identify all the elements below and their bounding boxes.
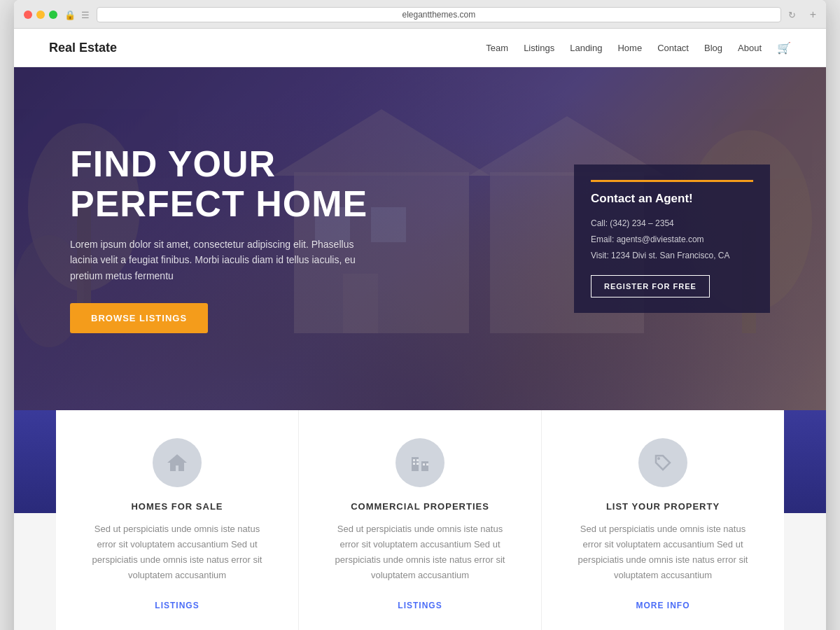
svg-rect-16 — [413, 463, 415, 465]
homes-icon-circle — [153, 438, 202, 487]
svg-rect-18 — [423, 463, 425, 465]
list-icon-circle — [638, 438, 687, 487]
traffic-lights — [24, 10, 57, 19]
feature-title-list: LIST YOUR PROPERTY — [570, 501, 756, 512]
hero-subtitle: Lorem ipsum dolor sit amet, consectetur … — [70, 237, 378, 284]
site-logo: Real Estate — [49, 41, 117, 55]
refresh-icon[interactable]: ↻ — [788, 10, 796, 20]
hero-section: FIND YOUR PERFECT HOME Lorem ipsum dolor… — [14, 67, 826, 410]
building-icon — [409, 451, 431, 474]
close-button[interactable] — [24, 10, 32, 19]
hero-content: FIND YOUR PERFECT HOME Lorem ipsum dolor… — [14, 67, 826, 410]
feature-desc-commercial: Sed ut perspiciatis unde omnis iste natu… — [327, 522, 513, 583]
feature-title-homes: HOMES FOR SALE — [84, 501, 270, 512]
svg-point-20 — [657, 457, 660, 460]
contact-card-title: Contact an Agent! — [591, 192, 753, 206]
add-tab-button[interactable]: + — [810, 8, 816, 21]
hero-title: FIND YOUR PERFECT HOME — [70, 144, 532, 224]
svg-rect-17 — [416, 463, 419, 465]
browser-nav-icons: 🔒 ☰ — [64, 10, 90, 20]
nav-item-listings[interactable]: Listings — [524, 43, 554, 53]
contact-card: Contact an Agent! Call: (342) 234 – 2354… — [574, 164, 770, 312]
feature-card-homes: HOMES FOR SALE Sed ut perspiciatis unde … — [56, 410, 299, 630]
list-more-info-link[interactable]: MORE INFO — [636, 601, 690, 610]
nav-item-landing[interactable]: Landing — [570, 43, 602, 53]
contact-call: Call: (342) 234 – 2354 — [591, 216, 753, 232]
feature-card-commercial: COMMERCIAL PROPERTIES Sed ut perspiciati… — [299, 410, 542, 630]
feature-desc-list: Sed ut perspiciatis unde omnis iste natu… — [570, 522, 756, 583]
nav-item-about[interactable]: About — [738, 43, 762, 53]
contact-email: Email: agents@diviestate.com — [591, 232, 753, 248]
browse-listings-button[interactable]: BROWSE LISTINGS — [70, 303, 208, 333]
site-header: Real Estate Team Listings Landing Home C… — [14, 29, 826, 67]
svg-rect-13 — [421, 461, 428, 471]
contact-info: Call: (342) 234 – 2354 Email: agents@div… — [591, 216, 753, 263]
commercial-listings-link[interactable]: LISTINGS — [398, 601, 442, 610]
contact-card-accent — [591, 180, 753, 182]
register-button[interactable]: REGISTER FOR FREE — [591, 275, 710, 298]
svg-rect-14 — [413, 459, 415, 461]
nav-item-home[interactable]: Home — [617, 43, 642, 53]
feature-title-commercial: COMMERCIAL PROPERTIES — [327, 501, 513, 512]
svg-rect-19 — [426, 463, 428, 465]
commercial-icon-circle — [396, 438, 444, 487]
nav-item-contact[interactable]: Contact — [657, 43, 689, 53]
maximize-button[interactable] — [49, 10, 57, 19]
home-icon — [166, 451, 188, 474]
features-section: HOMES FOR SALE Sed ut perspiciatis unde … — [14, 410, 826, 630]
address-bar[interactable]: elegantthemes.com — [97, 7, 781, 22]
features-wrapper: HOMES FOR SALE Sed ut perspiciatis unde … — [14, 410, 826, 630]
svg-rect-15 — [416, 459, 419, 461]
hero-left: FIND YOUR PERFECT HOME Lorem ipsum dolor… — [70, 144, 532, 334]
minimize-button[interactable] — [36, 10, 45, 19]
homes-listings-link[interactable]: LISTINGS — [155, 601, 199, 610]
nav-item-team[interactable]: Team — [486, 43, 508, 53]
contact-visit: Visit: 1234 Divi st. San Francisco, CA — [591, 248, 753, 264]
lock-icon: 🔒 — [64, 10, 76, 20]
site-nav: Team Listings Landing Home Contact Blog … — [486, 41, 791, 55]
tag-icon — [652, 452, 673, 473]
feature-card-list: LIST YOUR PROPERTY Sed ut perspiciatis u… — [542, 410, 784, 630]
reader-icon: ☰ — [81, 10, 90, 20]
browser-chrome: 🔒 ☰ elegantthemes.com ↻ + — [14, 0, 826, 29]
nav-item-blog[interactable]: Blog — [704, 43, 722, 53]
browser-window: 🔒 ☰ elegantthemes.com ↻ + Real Estate Te… — [14, 0, 826, 630]
feature-desc-homes: Sed ut perspiciatis unde omnis iste natu… — [84, 522, 270, 583]
hero-right: Contact an Agent! Call: (342) 234 – 2354… — [574, 164, 770, 312]
cart-icon[interactable]: 🛒 — [777, 41, 791, 55]
